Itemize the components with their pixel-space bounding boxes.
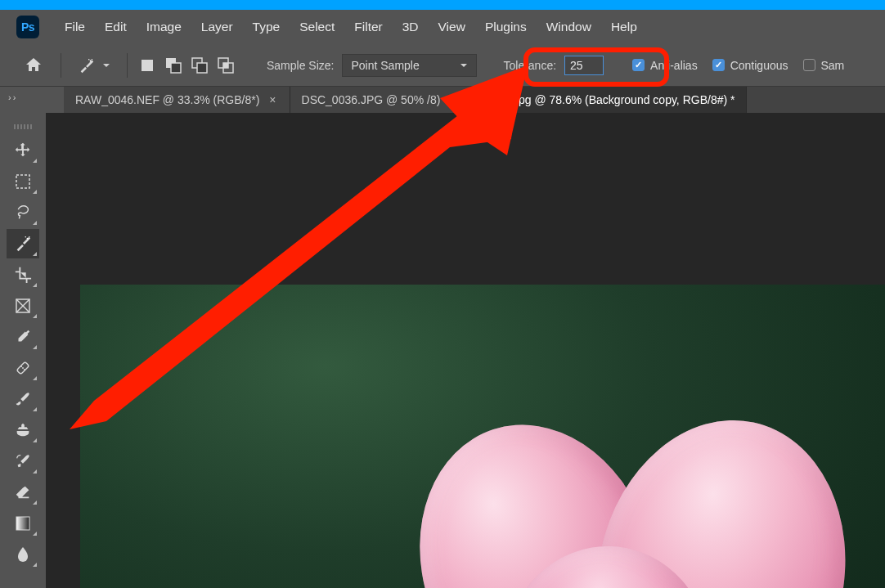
sample-all-label: Sam [821,59,845,72]
menu-image[interactable]: Image [137,16,191,38]
menu-type[interactable]: Type [244,16,290,38]
svg-rect-7 [197,63,207,73]
frame-tool[interactable] [7,291,39,321]
contiguous-label: Contiguous [730,59,788,72]
tab-label: RAW_0046.NEF @ 33.3% (RGB/8*) [75,93,259,106]
add-to-selection-button[interactable] [162,54,185,77]
menu-file[interactable]: File [56,16,94,38]
toolbox [0,113,46,588]
home-button[interactable] [15,51,52,80]
menu-3d[interactable]: 3D [393,16,428,38]
sample-size-value: Point Sample [351,59,419,72]
svg-rect-10 [223,63,228,68]
tab-label: DSC_0036.JPG @ 50% /8) [302,93,441,106]
check-icon [712,59,725,71]
options-bar: Sample Size: Point Sample Tolerance: Ant… [0,44,885,87]
contiguous-checkbox[interactable]: Contiguous [707,59,794,72]
menu-view[interactable]: View [429,16,474,38]
svg-point-1 [92,58,92,59]
svg-point-13 [29,236,29,237]
antialias-label: Anti-alias [650,59,698,72]
document-tab[interactable]: RAW_0046.NEF @ 33.3% (RGB/8*) × [64,87,290,113]
clone-stamp-tool[interactable] [7,415,39,445]
separator [127,53,128,78]
sample-size-select[interactable]: Point Sample [342,54,477,77]
marquee-tool[interactable] [7,167,39,196]
lasso-tool[interactable] [7,198,39,227]
menu-select[interactable]: Select [290,16,344,38]
expand-panels-icon[interactable]: ›› [8,92,17,102]
chevron-down-icon [460,61,468,70]
svg-rect-3 [142,60,153,71]
menu-layer[interactable]: Layer [192,16,242,38]
move-tool[interactable] [7,136,39,165]
history-brush-tool[interactable] [7,447,39,476]
intersect-selection-button[interactable] [214,54,237,77]
svg-point-0 [90,60,92,61]
menu-plugins[interactable]: Plugins [476,16,536,38]
chevron-down-icon [102,61,110,70]
tool-preset-picker[interactable] [70,56,119,74]
svg-point-20 [24,369,25,370]
crop-tool[interactable] [7,260,39,290]
document-tab[interactable]: ocelot.jpg @ 78.6% (Background copy, RGB… [471,87,748,113]
menu-bar: Ps File Edit Image Layer Type Select Fil… [0,10,885,44]
panel-grip[interactable] [7,124,39,129]
gradient-tool[interactable] [7,509,39,538]
document-canvas[interactable] [80,285,885,588]
document-tab-strip: RAW_0046.NEF @ 33.3% (RGB/8*) × DSC_0036… [0,87,885,113]
sample-size-label: Sample Size: [262,59,339,72]
svg-point-2 [88,58,89,59]
eraser-tool[interactable] [7,478,39,507]
app-logo: Ps [16,16,39,38]
brush-tool[interactable] [7,384,39,414]
menu-help[interactable]: Help [602,16,646,38]
workspace [0,113,885,588]
svg-rect-5 [171,63,181,73]
tolerance-input[interactable] [564,56,604,75]
svg-point-19 [20,366,22,367]
magic-wand-tool[interactable] [7,229,39,258]
svg-rect-11 [16,175,29,188]
sample-all-checkbox[interactable]: Sam [797,59,851,72]
svg-point-14 [25,236,25,237]
canvas-area[interactable] [46,113,885,588]
menu-window[interactable]: Window [537,16,600,38]
check-icon [632,59,645,71]
eyedropper-tool[interactable] [7,322,39,352]
new-selection-button[interactable] [136,54,159,77]
antialias-checkbox[interactable]: Anti-alias [627,59,703,72]
svg-point-12 [27,238,29,240]
svg-point-21 [22,367,24,369]
menu-filter[interactable]: Filter [345,16,391,38]
separator [61,53,61,78]
subtract-from-selection-button[interactable] [188,54,211,77]
menu-edit[interactable]: Edit [96,16,136,38]
blur-tool[interactable] [7,540,39,569]
tab-label: ocelot.jpg @ 78.6% (Background copy, RGB… [483,93,735,106]
document-tab[interactable]: DSC_0036.JPG @ 50% /8) × [290,87,471,113]
window-titlebar [0,0,885,10]
close-icon[interactable]: × [448,93,458,106]
spot-healing-tool[interactable] [7,353,39,383]
check-icon [803,59,815,71]
tolerance-label: Tolerance: [498,59,561,72]
close-icon[interactable]: × [267,93,277,106]
svg-rect-22 [16,517,29,530]
